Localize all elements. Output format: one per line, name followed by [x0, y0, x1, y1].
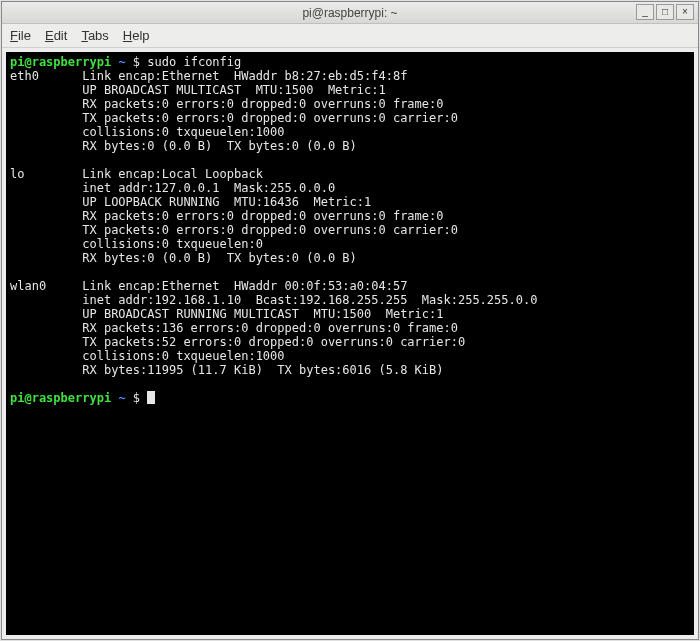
close-button[interactable]: × [676, 4, 694, 20]
output-blank [10, 377, 690, 391]
command-text: sudo ifconfig [147, 55, 241, 69]
output-line: inet addr:127.0.0.1 Mask:255.0.0.0 [10, 181, 690, 195]
menubar: File Edit Tabs Help [2, 24, 698, 48]
output-line: TX packets:52 errors:0 dropped:0 overrun… [10, 335, 690, 349]
window-title: pi@raspberrypi: ~ [302, 6, 397, 20]
output-line: wlan0 Link encap:Ethernet HWaddr 00:0f:5… [10, 279, 690, 293]
menu-help[interactable]: Help [123, 28, 150, 43]
terminal-container: pi@raspberrypi ~ $ sudo ifconfigeth0 Lin… [2, 48, 698, 639]
menu-edit[interactable]: Edit [45, 28, 67, 43]
output-line: RX bytes:11995 (11.7 KiB) TX bytes:6016 … [10, 363, 690, 377]
output-blank [10, 265, 690, 279]
output-line: UP BROADCAST MULTICAST MTU:1500 Metric:1 [10, 83, 690, 97]
output-line: collisions:0 txqueuelen:1000 [10, 349, 690, 363]
terminal-window: pi@raspberrypi: ~ _ □ × File Edit Tabs H… [1, 1, 699, 640]
output-line: UP BROADCAST RUNNING MULTICAST MTU:1500 … [10, 307, 690, 321]
cursor [147, 391, 155, 404]
close-icon: × [682, 7, 688, 17]
titlebar[interactable]: pi@raspberrypi: ~ _ □ × [2, 2, 698, 24]
output-line: TX packets:0 errors:0 dropped:0 overruns… [10, 111, 690, 125]
menu-tabs[interactable]: Tabs [81, 28, 108, 43]
minimize-icon: _ [642, 7, 648, 17]
output-line: inet addr:192.168.1.10 Bcast:192.168.255… [10, 293, 690, 307]
output-line: RX packets:0 errors:0 dropped:0 overruns… [10, 97, 690, 111]
maximize-icon: □ [662, 7, 668, 17]
output-line: collisions:0 txqueuelen:0 [10, 237, 690, 251]
output-line: UP LOOPBACK RUNNING MTU:16436 Metric:1 [10, 195, 690, 209]
output-line: RX bytes:0 (0.0 B) TX bytes:0 (0.0 B) [10, 139, 690, 153]
prompt-line: pi@raspberrypi ~ $ sudo ifconfig [10, 55, 690, 69]
output-line: RX packets:136 errors:0 dropped:0 overru… [10, 321, 690, 335]
prompt-line: pi@raspberrypi ~ $ [10, 391, 690, 405]
menu-file[interactable]: File [10, 28, 31, 43]
window-buttons: _ □ × [636, 4, 694, 20]
output-line: TX packets:0 errors:0 dropped:0 overruns… [10, 223, 690, 237]
maximize-button[interactable]: □ [656, 4, 674, 20]
minimize-button[interactable]: _ [636, 4, 654, 20]
terminal[interactable]: pi@raspberrypi ~ $ sudo ifconfigeth0 Lin… [6, 52, 694, 635]
output-line: lo Link encap:Local Loopback [10, 167, 690, 181]
output-line: RX packets:0 errors:0 dropped:0 overruns… [10, 209, 690, 223]
output-line: RX bytes:0 (0.0 B) TX bytes:0 (0.0 B) [10, 251, 690, 265]
output-line: collisions:0 txqueuelen:1000 [10, 125, 690, 139]
output-blank [10, 153, 690, 167]
output-line: eth0 Link encap:Ethernet HWaddr b8:27:eb… [10, 69, 690, 83]
